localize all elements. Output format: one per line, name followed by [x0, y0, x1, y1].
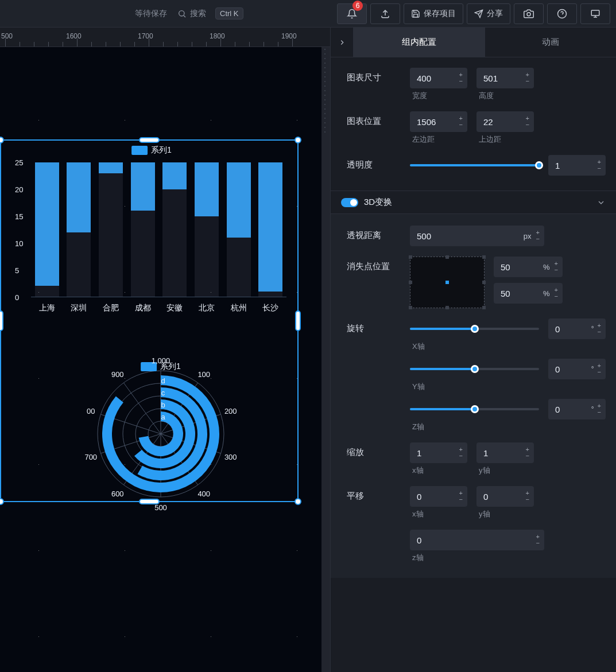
search-kbd: Ctrl K [215, 7, 243, 20]
search-placeholder: 搜索 [190, 9, 206, 19]
resize-handle[interactable] [295, 137, 301, 143]
save-status: 等待保存 [135, 9, 167, 19]
transform3d-row[interactable]: 3D变换 [331, 191, 616, 214]
rotate-label: 旋转 [347, 318, 410, 334]
translate-x-sublabel: x轴 [412, 509, 467, 519]
scale-x-input[interactable]: 1+− [410, 442, 467, 463]
top-toolbar: 等待保存 搜索 Ctrl K 6 保存项目 分享 [0, 0, 616, 28]
panel-tabs: 组内配置 动画 [331, 28, 616, 57]
width-sublabel: 宽度 [412, 91, 467, 101]
transform3d-label: 3D变换 [364, 197, 596, 208]
upload-button[interactable] [370, 3, 400, 24]
search-box[interactable]: 搜索 Ctrl K [177, 7, 243, 20]
translate-y-sublabel: y轴 [479, 509, 534, 519]
rotate-y-slider[interactable] [410, 359, 539, 379]
ruler-mark: 1800 [210, 32, 225, 40]
search-icon [177, 9, 187, 18]
left-input[interactable]: 1506+− [410, 111, 467, 132]
save-icon [411, 9, 420, 18]
resize-handle[interactable] [0, 137, 4, 143]
vanish-x-input[interactable]: 50%+− [494, 257, 563, 277]
chevron-right-icon [338, 38, 346, 46]
rotate-z-sublabel: Z轴 [412, 422, 424, 431]
top-input[interactable]: 22+− [476, 111, 534, 132]
rotate-y-input[interactable]: 0°+− [548, 359, 606, 379]
rotate-x-slider[interactable] [410, 318, 539, 339]
ruler-mark: 1600 [66, 32, 82, 40]
help-button[interactable] [547, 3, 577, 24]
vanish-y-input[interactable]: 50%+− [494, 283, 563, 304]
right-panel: 组内配置 动画 图表尺寸 400+− 宽度 501+− 高度 图表位置 [330, 28, 616, 672]
translate-x-input[interactable]: 0+− [410, 486, 467, 507]
svg-rect-6 [591, 10, 599, 15]
presentation-icon [590, 9, 600, 19]
scale-y-sublabel: y轴 [479, 465, 534, 476]
resize-handle[interactable] [295, 498, 301, 505]
scale-y-input[interactable]: 1+− [476, 442, 534, 463]
ruler-mark: 1900 [281, 32, 297, 40]
send-icon [474, 9, 483, 18]
selection-frame[interactable] [0, 139, 299, 502]
camera-icon [524, 9, 534, 19]
scale-label: 缩放 [347, 442, 410, 458]
rotate-y-sublabel: Y轴 [412, 382, 425, 391]
rotate-z-input[interactable]: 0°+− [548, 399, 606, 419]
ruler-mark: 1700 [138, 32, 153, 40]
rotate-z-slider[interactable] [410, 399, 539, 419]
chart-size-label: 图表尺寸 [347, 68, 410, 83]
svg-point-3 [527, 12, 530, 15]
opacity-slider[interactable] [410, 155, 539, 176]
opacity-label: 透明度 [347, 155, 410, 170]
chart-position-label: 图表位置 [347, 111, 410, 127]
left-sublabel: 左边距 [412, 134, 467, 145]
resize-edge[interactable] [0, 310, 3, 331]
save-project-label: 保存项目 [424, 9, 456, 19]
svg-line-1 [184, 15, 185, 17]
notif-badge: 6 [352, 1, 363, 11]
top-sublabel: 上边距 [479, 134, 534, 145]
transform3d-toggle[interactable] [341, 198, 358, 207]
translate-y-input[interactable]: 0+− [476, 486, 534, 507]
height-sublabel: 高度 [479, 91, 534, 101]
tab-animation[interactable]: 动画 [485, 28, 617, 57]
height-input[interactable]: 501+− [476, 68, 534, 88]
stepper-down[interactable]: − [459, 79, 463, 84]
horizontal-ruler: 500 1600 1700 1800 1900 [0, 28, 330, 47]
present-button[interactable] [580, 3, 610, 24]
tab-config[interactable]: 组内配置 [354, 28, 485, 57]
stepper-up[interactable]: + [459, 72, 463, 77]
scale-x-sublabel: x轴 [412, 465, 467, 476]
ruler-mark: 500 [1, 32, 13, 40]
resize-edge[interactable] [295, 310, 301, 331]
stepper-down[interactable]: − [526, 79, 529, 84]
notifications-button[interactable]: 6 [337, 3, 367, 24]
save-project-button[interactable]: 保存项目 [404, 3, 463, 24]
upload-icon [380, 9, 390, 19]
opacity-input[interactable]: 1+− [548, 155, 606, 176]
vanishing-point-label: 消失点位置 [347, 257, 410, 272]
resize-edge[interactable] [139, 137, 160, 143]
translate-z-sublabel: z轴 [412, 553, 544, 563]
stepper-up[interactable]: + [526, 72, 529, 77]
chevron-down-icon [596, 198, 606, 207]
translate-z-input[interactable]: 0+− [410, 530, 544, 550]
perspective-label: 透视距离 [347, 226, 410, 241]
vanishing-point-picker[interactable] [410, 257, 485, 308]
rotate-x-sublabel: X轴 [412, 342, 425, 351]
canvas-area[interactable]: 500 1600 1700 1800 1900 系列1 25 20 15 [0, 28, 330, 672]
help-icon [557, 9, 567, 19]
perspective-input[interactable]: 500px+− [410, 226, 544, 246]
svg-point-0 [179, 10, 184, 15]
share-button[interactable]: 分享 [467, 3, 510, 24]
collapse-panel-button[interactable] [331, 28, 354, 57]
resize-edge[interactable] [139, 499, 160, 504]
rotate-x-input[interactable]: 0°+− [548, 318, 606, 339]
share-label: 分享 [487, 9, 503, 19]
screenshot-button[interactable] [514, 3, 544, 24]
width-input[interactable]: 400+− [410, 68, 467, 88]
translate-label: 平移 [347, 486, 410, 502]
